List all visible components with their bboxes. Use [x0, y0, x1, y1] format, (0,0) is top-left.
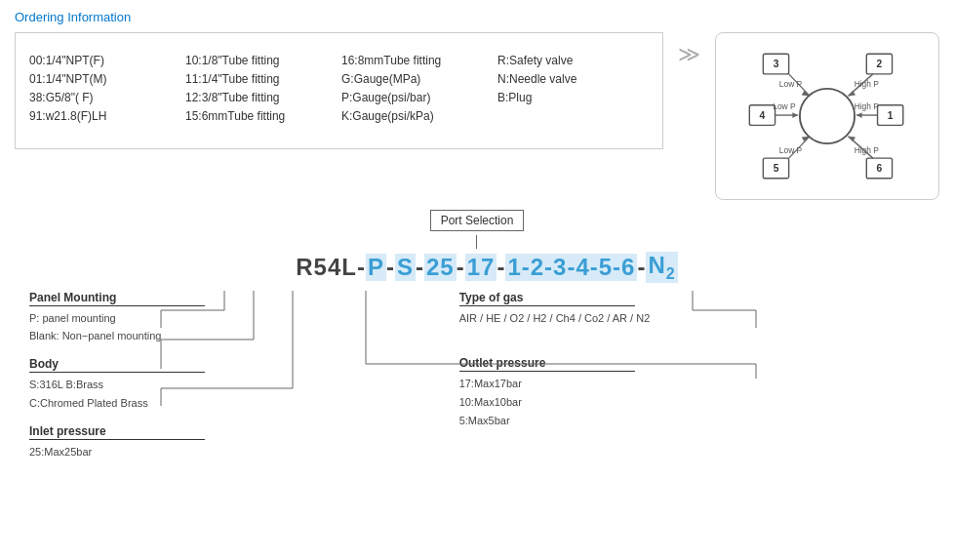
type-of-gas-title: Type of gas [459, 291, 635, 306]
inlet-pressure-block: Inlet pressure 25:Max25bar [29, 424, 459, 461]
outlet-pressure-line-2: 10:Max10bar [459, 393, 925, 412]
right-details: Type of gas AIR / HE / O2 / H2 / Ch4 / C… [459, 291, 925, 472]
type-of-gas-line-1: AIR / HE / O2 / H2 / Ch4 / Co2 / AR / N2 [459, 309, 925, 328]
svg-marker-4 [856, 112, 862, 118]
port-diagram-svg: 1 High P 2 High P 3 Low P 4 L [726, 43, 929, 189]
svg-text:1: 1 [888, 110, 894, 121]
svg-text:High P: High P [855, 145, 880, 155]
info-table-row: 00:1/4"NPT(F) 01:1/4"NPT(M) 38:G5/8"( F)… [29, 52, 649, 127]
body-block: Body S:316L B:Brass C:Chromed Plated Bra… [29, 357, 459, 412]
svg-text:2: 2 [877, 59, 883, 69]
model-s: S [395, 254, 416, 281]
model-string: R54L- P - S - 25 - 17 - 1-2-3-4-5-6 - N2 [296, 252, 677, 283]
info-col-1: 00:1/4"NPT(F) 01:1/4"NPT(M) 38:G5/8"( F)… [29, 52, 156, 127]
details-container: Panel Mounting P: panel mounting Blank: … [29, 291, 925, 472]
panel-mounting-title: Panel Mounting [29, 291, 205, 306]
info-table: 00:1/4"NPT(F) 01:1/4"NPT(M) 38:G5/8"( F)… [15, 32, 663, 149]
svg-text:High P: High P [855, 101, 880, 111]
port-diagram: 1 High P 2 High P 3 Low P 4 L [715, 32, 939, 200]
outlet-pressure-line-1: 17:Max17bar [459, 375, 925, 393]
model-dash4: - [497, 254, 505, 281]
model-dash1: - [386, 254, 395, 281]
svg-text:High P: High P [855, 79, 880, 89]
svg-text:Low P: Low P [773, 101, 796, 111]
svg-text:3: 3 [774, 59, 779, 69]
body-line-1: S:316L B:Brass [29, 376, 459, 394]
panel-mounting-line-1: P: panel mounting [29, 309, 459, 328]
arrow-divider: ≫ [673, 42, 705, 67]
outlet-pressure-title: Outlet pressure [459, 356, 635, 372]
outlet-pressure-block: Outlet pressure 17:Max17bar 10:Max10bar … [459, 356, 925, 429]
body-line-2: C:Chromed Plated Brass [29, 394, 459, 413]
model-dash2: - [416, 254, 424, 281]
svg-text:5: 5 [774, 163, 779, 174]
panel-mounting-line-2: Blank: Non−panel mounting [29, 327, 459, 345]
svg-marker-19 [792, 112, 798, 118]
info-col-2: 10:1/8"Tube fitting 11:1/4"Tube fitting … [185, 52, 312, 127]
left-details: Panel Mounting P: panel mounting Blank: … [29, 291, 459, 472]
panel-mounting-block: Panel Mounting P: panel mounting Blank: … [29, 291, 459, 345]
model-gas: N2 [646, 252, 677, 283]
info-col-3: 16:8mmTube fitting G:Gauge(MPa) P:Gauge(… [341, 52, 468, 127]
svg-text:4: 4 [760, 110, 766, 121]
model-17: 17 [465, 254, 497, 281]
model-p: P [366, 254, 386, 281]
page-title: Ordering Information [15, 10, 939, 24]
model-base: R54L- [296, 254, 366, 281]
type-of-gas-block: Type of gas AIR / HE / O2 / H2 / Ch4 / C… [459, 291, 925, 328]
model-ports: 1-2-3-4-5-6 [505, 254, 637, 281]
inlet-pressure-title: Inlet pressure [29, 424, 205, 440]
svg-text:Low P: Low P [779, 145, 803, 155]
outlet-pressure-line-3: 5:Max5bar [459, 412, 925, 430]
svg-text:6: 6 [877, 163, 883, 174]
model-25: 25 [424, 254, 457, 281]
port-selection-box: Port Selection [430, 210, 525, 231]
svg-text:Low P: Low P [779, 79, 803, 89]
model-dash3: - [457, 254, 465, 281]
svg-point-0 [800, 89, 855, 143]
info-col-4: R:Safety valve N:Needle valve B:Plug [497, 52, 624, 127]
model-wrapper: Port Selection R54L- P - S - 25 - 17 - 1… [15, 205, 939, 283]
model-dash5: - [637, 254, 646, 281]
inlet-pressure-line-1: 25:Max25bar [29, 443, 459, 461]
body-title: Body [29, 357, 205, 373]
port-selection-label: Port Selection [441, 214, 514, 227]
